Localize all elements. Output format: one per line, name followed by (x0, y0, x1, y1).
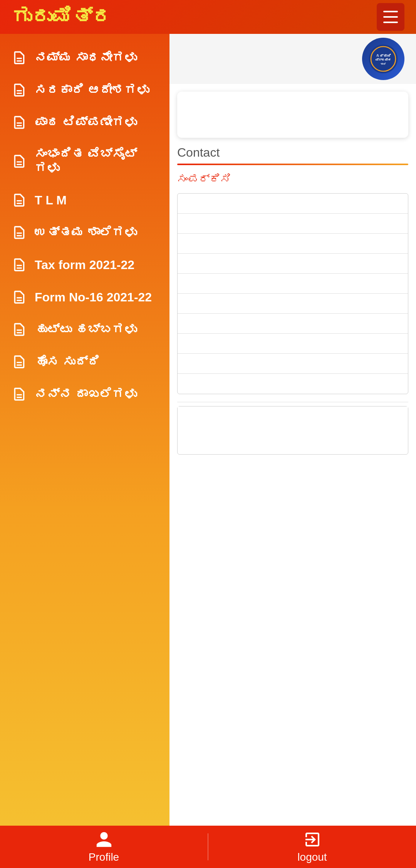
document-icon-3 (12, 115, 27, 130)
logout-nav-label: logout (297, 851, 327, 863)
svg-text:ಶಾಲೆ: ಶಾಲೆ (381, 62, 386, 65)
logo-circle-area: ಸರ್ಕಾರಿ ಪ್ರಾಥಮಿಕ ಶಾಲೆ (169, 34, 416, 84)
sidebar-label-tax-form: Tax form 2021-22 (35, 258, 134, 272)
sidebar-item-paatha-tippanegalu[interactable]: ಪಾಠ ಟಿಪ್ಪಣೇಗಳು (0, 106, 169, 139)
sidebar-item-nanna-daakhilegalu[interactable]: ನನ್ನ ದಾಖಲೆಗಳು (0, 378, 169, 410)
sidebar: ನಮ್ಮ ಸಾಧನೇಗಳು ಸರಕಾರಿ ಆದೇಶಗಳು ಪಾಠ ಟಿಪ್ಪಣೇ… (0, 34, 169, 826)
logout-icon (303, 830, 322, 849)
form-field-input-10[interactable] (183, 378, 403, 390)
contact-section: Contact ಸಂಪರ್ಕಿಸಿ (177, 146, 408, 539)
sidebar-label-sarkari-aadeshagalu: ಸರಕಾರಿ ಆದೇಶಗಳು (35, 83, 149, 97)
svg-text:ಪ್ರಾಥಮಿಕ: ಪ್ರಾಥಮಿಕ (376, 58, 391, 62)
sidebar-label-uttama-shalegalu: ಉತ್ತಮ ಶಾಲೆಗಳು (35, 226, 137, 240)
logout-nav-item[interactable]: logout (208, 830, 416, 863)
sidebar-label-tlm: T L M (35, 193, 67, 207)
document-icon-9 (12, 322, 27, 337)
svg-text:ಸರ್ಕಾರಿ: ಸರ್ಕಾರಿ (376, 54, 391, 58)
sidebar-label-hutt-habbagalu: ಹುಟ್ಟು ಹಬ್ಬಗಳು (35, 323, 137, 337)
form-field-row-4 (178, 254, 408, 274)
school-logo-circle: ಸರ್ಕಾರಿ ಪ್ರಾಥಮಿಕ ಶಾಲೆ (362, 38, 404, 80)
document-icon-11 (12, 386, 27, 402)
form-field-input-3[interactable] (183, 237, 403, 249)
profile-nav-item[interactable]: Profile (0, 830, 208, 863)
hamburger-line-3 (383, 22, 398, 23)
sidebar-item-uttama-shalegalu[interactable]: ಉತ್ತಮ ಶಾಲೆಗಳು (0, 216, 169, 249)
form-field-input-2[interactable] (183, 217, 403, 229)
sidebar-label-form-no-16: Form No-16 2021-22 (35, 290, 152, 304)
profile-icon (95, 830, 113, 849)
sidebar-item-tax-form[interactable]: Tax form 2021-22 (0, 249, 169, 281)
form-field-row-1 (178, 194, 408, 214)
form-field-input-5[interactable] (183, 278, 403, 289)
contact-label: Contact (177, 146, 408, 160)
contact-textarea-area (177, 406, 408, 455)
info-card (177, 92, 408, 138)
document-icon-7 (12, 257, 27, 273)
sidebar-item-hutt-habbagalu[interactable]: ಹುಟ್ಟು ಹಬ್ಬಗಳು (0, 313, 169, 346)
form-field-input-1[interactable] (183, 197, 403, 209)
form-divider (177, 402, 408, 402)
form-field-input-6[interactable] (183, 298, 403, 309)
hamburger-line-2 (383, 16, 398, 18)
contact-divider (177, 164, 408, 165)
app-header: ಗುರುಮಿತ್ರ (0, 0, 416, 34)
sidebar-label-paatha-tippanegalu: ಪಾಠ ಟಿಪ್ಪಣೇಗಳು (35, 115, 137, 130)
form-field-input-9[interactable] (183, 358, 403, 370)
sidebar-item-namma-saadhanegalu[interactable]: ನಮ್ಮ ಸಾಧನೇಗಳು (0, 42, 169, 74)
profile-nav-label: Profile (89, 851, 119, 863)
sidebar-item-hosa-suddi[interactable]: ಹೊಸ ಸುದ್ದಿ (0, 346, 169, 378)
contact-subtitle: ಸಂಪರ್ಕಿಸಿ (177, 173, 408, 186)
hamburger-line-1 (383, 11, 398, 12)
document-icon-8 (12, 289, 27, 305)
document-icon-5 (12, 192, 27, 208)
form-field-row-6 (178, 294, 408, 314)
app-logo: ಗುರುಮಿತ್ರ (12, 5, 112, 28)
sidebar-label-sambandita-websites: ಸಂಭಂದಿತ ವೆಬ್ಸೈಟ್ ಗಳು (35, 147, 158, 176)
document-icon-2 (12, 82, 27, 98)
form-field-input-4[interactable] (183, 258, 403, 269)
document-icon-1 (12, 50, 27, 65)
main-layout: ನಮ್ಮ ಸಾಧನೇಗಳು ಸರಕಾರಿ ಆದೇಶಗಳು ಪಾಠ ಟಿಪ್ಪಣೇ… (0, 34, 416, 826)
contact-form-fields (177, 193, 408, 394)
form-field-row-2 (178, 214, 408, 234)
right-panel: ಸರ್ಕಾರಿ ಪ್ರಾಥಮಿಕ ಶಾಲೆ Contact ಸಂಪರ್ಕಿಸಿ (169, 34, 416, 826)
form-field-input-7[interactable] (183, 318, 403, 329)
sidebar-item-tlm[interactable]: T L M (0, 184, 169, 216)
form-field-row-9 (178, 354, 408, 374)
document-icon-10 (12, 354, 27, 370)
hamburger-button[interactable] (377, 3, 404, 31)
form-field-row-10 (178, 374, 408, 394)
extra-space (177, 462, 408, 539)
sidebar-label-nanna-daakhilegalu: ನನ್ನ ದಾಖಲೆಗಳು (35, 387, 137, 401)
form-field-row-5 (178, 274, 408, 294)
document-icon-4 (12, 154, 27, 169)
form-field-input-8[interactable] (183, 338, 403, 350)
form-field-row-3 (178, 234, 408, 254)
form-field-row-8 (178, 334, 408, 354)
sidebar-item-sarkari-aadeshagalu[interactable]: ಸರಕಾರಿ ಆದೇಶಗಳು (0, 74, 169, 106)
contact-textarea[interactable] (178, 406, 408, 453)
bottom-navigation: Profile logout (0, 826, 416, 868)
sidebar-label-hosa-suddi: ಹೊಸ ಸುದ್ದಿ (35, 355, 100, 369)
sidebar-label-namma-saadhanegalu: ನಮ್ಮ ಸಾಧನೇಗಳು (35, 51, 137, 65)
document-icon-6 (12, 225, 27, 240)
form-field-row-7 (178, 314, 408, 334)
sidebar-item-form-no-16[interactable]: Form No-16 2021-22 (0, 281, 169, 313)
sidebar-item-sambandita-websites[interactable]: ಸಂಭಂದಿತ ವೆಬ್ಸೈಟ್ ಗಳು (0, 139, 169, 184)
